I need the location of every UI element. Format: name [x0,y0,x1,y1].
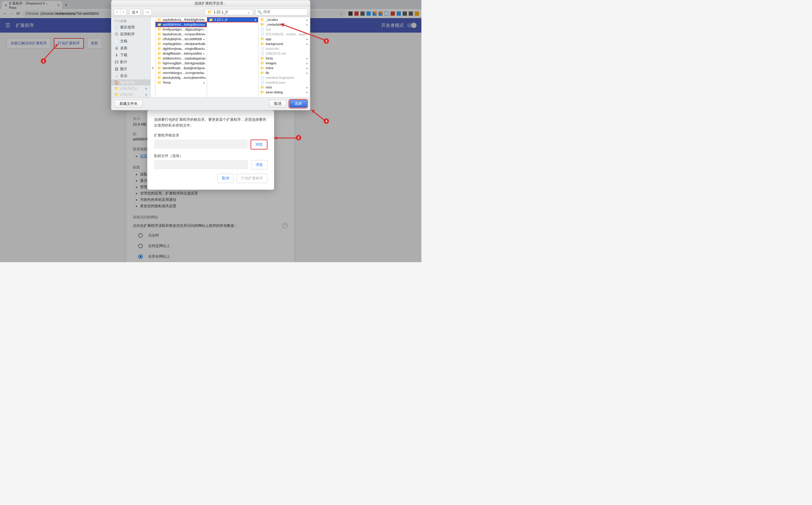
root-dir-input[interactable] [154,140,248,149]
folder-row[interactable]: 📁chphlpgkkbo…nlloiipkdnihall▸ [156,41,207,46]
folder-row[interactable]: 📁inline▸ [258,65,310,70]
annotation-badge-1: 1 [41,58,46,64]
svg-marker-3 [274,137,277,140]
folder-row[interactable]: 📁bpelaihoicob…ncnpacdbknn▸ [156,32,207,36]
folder-row[interactable]: 📁_locales▸ [258,17,310,22]
finder-footer: 新建文件夹 取消 选择 [111,97,310,110]
search-icon: 🔍 [258,10,262,14]
sidebar-recents[interactable]: 🕘最近使用 [111,24,150,31]
sidebar-documents[interactable]: 📄文稿 [111,38,150,45]
pack-extension-dialog: 选择要打包的扩展程序的根目录。要更新某个扩展程序，还需选择要再次使用的私有密钥文… [147,110,274,190]
pack-cancel-button[interactable]: 取消 [217,174,234,183]
finder-select-button[interactable]: 选择 [289,100,307,108]
pack-description: 选择要打包的扩展程序的根目录。要更新某个扩展程序，还需选择要再次使用的私有密钥文… [154,117,267,128]
folder-row[interactable]: 📁dgjhfomjieaa…mbgkdffpack▸ [156,46,207,51]
finder-search[interactable]: 🔍 搜索 [255,8,308,15]
annotation-arrow-3 [278,22,327,44]
sidebar-home[interactable]: 🏠 [111,79,150,86]
folder-row[interactable]: 📁nmmhkkegcc…iccmgmieda▸ [156,70,207,75]
annotation-badge-3: 3 [324,38,329,44]
folder-row[interactable]: 📁1.22.1_0▸ [207,17,258,22]
folder-row[interactable]: 📁cfhdojbkjhnk…dccddilifddb▸ [156,36,207,41]
path-dropdown[interactable]: 📁1.22.1_0⌄ [205,9,253,15]
sidebar-pictures[interactable]: 🖼图片 [111,65,150,72]
nav-back-forward[interactable]: ‹› [114,9,127,15]
annotation-badge-4: 4 [324,118,329,124]
finder-sidebar: 个人收藏 🕘最近使用 Ⓐ应用程序 📄文稿 🖥桌面 ⬇下载 🎞影片 🖼图片 ♪音乐… [111,17,151,97]
browse-key-button[interactable]: 浏览 [251,160,267,169]
finder-cancel-button[interactable]: 取消 [269,100,286,108]
sidebar-folder-2[interactable]: 📁▸ [111,92,150,97]
sidebar-downloads[interactable]: ⬇下载 [111,52,150,58]
view-mode-segment[interactable]: ▥ ▾ [129,9,141,15]
browse-root-button[interactable]: 浏览 [251,140,267,150]
file-row[interactable]: 📄CREDITS.md [258,51,310,56]
folder-row[interactable]: 📁aapbdbdomj…fhkkikfgjllcleb▸ [156,17,207,22]
file-row[interactable]: 📄manifest.json [258,80,310,85]
folder-row[interactable]: 📁dhdgffkkebh…bldmpobfkfo▸ [156,51,207,56]
folder-row[interactable]: 📁lib▸ [258,70,310,75]
folder-row[interactable]: 📁pkedcjkdefg…eomcjbeemfm▸ [156,75,207,80]
finder-title: 选择扩展程序目录。 [111,0,310,7]
annotation-arrow-2 [272,135,297,142]
column-spacer: ▸ [151,17,156,97]
annotation-badge-2: 2 [296,135,301,141]
new-folder-button[interactable]: 新建文件夹 [114,100,143,108]
folder-row[interactable]: 📁hgimnogjllph…bbmlgjoejdpjl▸ [156,61,207,65]
root-dir-label: 扩展程序根目录 [154,133,267,138]
svg-line-4 [281,24,325,40]
key-file-label: 私钥文件（选填） [154,154,267,158]
finder-toolbar: ‹› ▥ ▾ ▭ 📁1.22.1_0⌄ 🔍 搜索 [111,7,310,17]
file-row[interactable]: 📄build.info [258,46,310,51]
group-button[interactable]: ▭ [143,9,152,15]
folder-row[interactable]: 📁eddlamckmc…oapbakigamp▸ [156,56,207,61]
finder-column-1: 📁aapbdbdomj…fhkkikfgjllcleb▸📁aeblfdkhhhd… [156,17,207,97]
finder-dialog: 选择扩展程序目录。 ‹› ▥ ▾ ▭ 📁1.22.1_0⌄ 🔍 搜索 个人收藏 … [111,0,310,110]
folder-row[interactable]: 📁mini▸ [258,85,310,90]
sidebar-folder-1[interactable]: 📁▸ [111,86,150,92]
folder-row[interactable]: 📁laookkfknpb…fpaejjkokdgca▸ [156,65,207,70]
folder-row[interactable]: 📁fonts▸ [258,56,310,61]
finder-column-2: 📁1.22.1_0▸ [207,17,259,97]
key-file-input[interactable] [154,160,248,169]
annotation-arrow-1 [43,42,65,64]
folder-row[interactable]: 📁aeblfdkhhhd…bdiojplfjncoa▸ [156,22,207,27]
sidebar-desktop[interactable]: 🖥桌面 [111,45,150,52]
folder-row[interactable]: 📁images▸ [258,61,310,65]
sidebar-music[interactable]: ♪音乐 [111,72,150,79]
folder-row[interactable]: 📁save-dialog▸ [258,90,310,95]
pack-confirm-button[interactable]: 打包扩展程序 [237,174,267,183]
sidebar-movies[interactable]: 🎞影片 [111,58,150,65]
file-row[interactable]: 📄manifest.fingerprint [258,75,310,80]
folder-row[interactable]: 📁Temp▸ [156,80,207,85]
svg-line-0 [43,44,58,60]
folder-row[interactable]: 📁bmifgopejgm…dlgjacpbigm▸ [156,27,207,32]
sidebar-apps[interactable]: Ⓐ应用程序 [111,31,150,38]
